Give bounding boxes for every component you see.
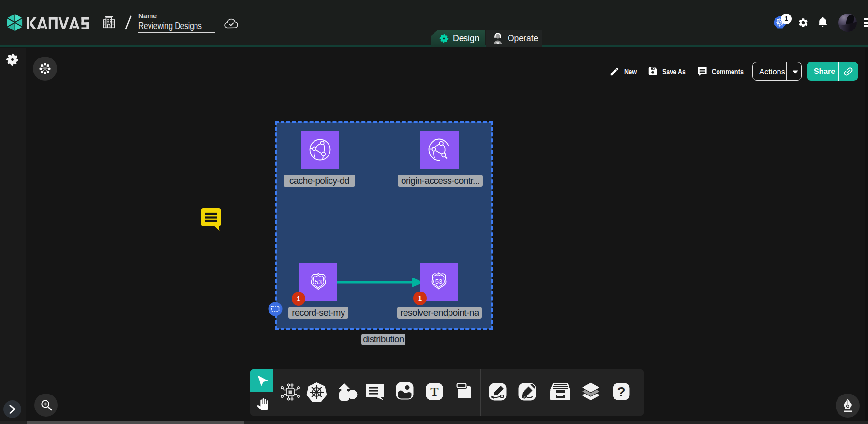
svg-text:Save As: Save As — [662, 67, 686, 76]
svg-text:?: ? — [617, 384, 625, 399]
svg-text:53: 53 — [435, 278, 442, 285]
svg-text:Reviewing Designs: Reviewing Designs — [138, 20, 202, 31]
svg-text:Comments: Comments — [712, 67, 744, 76]
svg-text:53: 53 — [315, 278, 322, 286]
svg-text:Actions: Actions — [759, 67, 785, 76]
svg-text:T: T — [430, 385, 438, 399]
svg-text:Share: Share — [814, 67, 835, 76]
svg-text:New: New — [624, 67, 637, 76]
